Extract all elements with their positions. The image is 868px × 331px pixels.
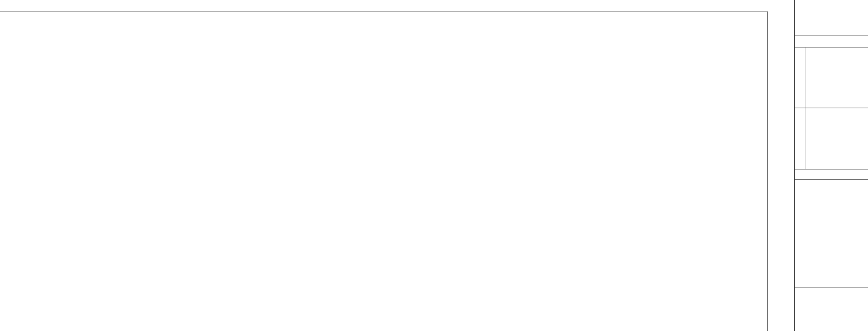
toolbar [0, 0, 767, 12]
price-axis [767, 11, 795, 331]
trading-terminal: ← [0, 0, 868, 331]
event-marker-row [0, 281, 767, 290]
quote-panel [794, 0, 868, 331]
divider [795, 169, 868, 170]
divider [795, 108, 868, 108]
divider [806, 48, 806, 169]
divider [795, 179, 868, 180]
divider [795, 35, 868, 36]
divider [795, 287, 868, 288]
